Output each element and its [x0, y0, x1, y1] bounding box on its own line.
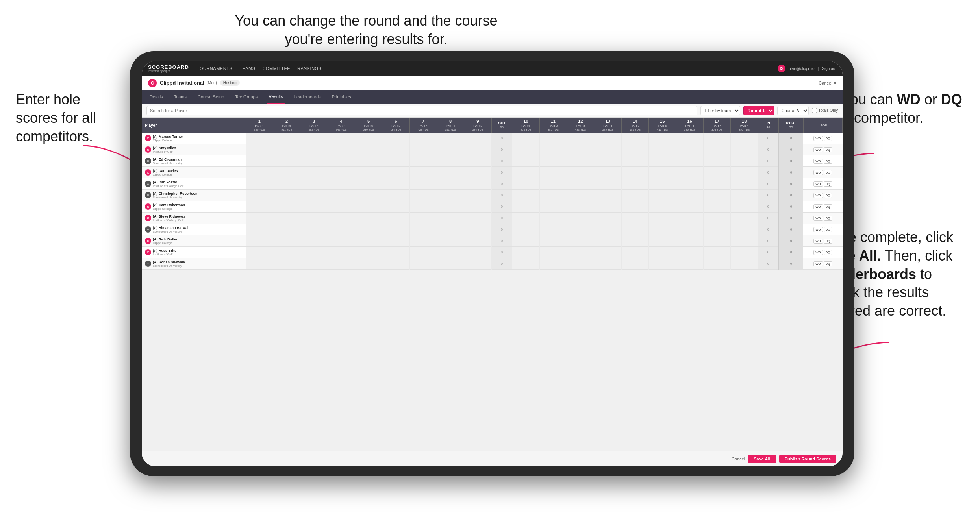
score-cell-hole-6[interactable]	[382, 224, 409, 235]
score-cell-hole-2[interactable]	[273, 213, 300, 224]
score-cell-hole-12[interactable]	[567, 144, 594, 155]
score-cell-hole-3[interactable]	[300, 201, 328, 213]
score-cell-hole-2[interactable]	[273, 155, 300, 167]
score-cell-hole-8[interactable]	[437, 213, 464, 224]
score-cell-hole-14[interactable]	[621, 167, 648, 178]
dq-button[interactable]: DQ	[824, 170, 832, 175]
score-cell-hole-9[interactable]	[464, 190, 491, 201]
score-cell-hole-5[interactable]	[355, 133, 382, 144]
score-cell-hole-9[interactable]	[464, 224, 491, 235]
score-cell-hole-18[interactable]	[731, 247, 758, 258]
score-cell-hole-7[interactable]	[409, 144, 437, 155]
dq-button[interactable]: DQ	[824, 159, 832, 164]
score-cell-hole-7[interactable]	[409, 258, 437, 270]
tab-tee-groups[interactable]: Tee Groups	[233, 90, 259, 104]
score-cell-hole-1[interactable]	[246, 224, 273, 235]
wd-button[interactable]: WD	[813, 216, 823, 221]
score-cell-hole-6[interactable]	[382, 213, 409, 224]
score-cell-hole-8[interactable]	[437, 224, 464, 235]
score-cell-hole-11[interactable]	[539, 258, 567, 270]
score-cell-hole-16[interactable]	[676, 247, 703, 258]
score-cell-hole-5[interactable]	[355, 247, 382, 258]
score-cell-hole-3[interactable]	[300, 144, 328, 155]
search-player-input[interactable]	[146, 106, 697, 115]
nav-tournaments[interactable]: TOURNAMENTS	[197, 66, 232, 71]
score-cell-hole-13[interactable]	[594, 178, 621, 190]
score-cell-hole-14[interactable]	[621, 213, 648, 224]
score-cell-hole-8[interactable]	[437, 201, 464, 213]
score-cell-hole-16[interactable]	[676, 178, 703, 190]
score-cell-hole-6[interactable]	[382, 133, 409, 144]
score-cell-hole-4[interactable]	[328, 224, 355, 235]
score-cell-hole-13[interactable]	[594, 213, 621, 224]
score-cell-hole-5[interactable]	[355, 224, 382, 235]
round-select[interactable]: Round 1 Round 2 Round 3 Round 4	[743, 106, 774, 115]
score-cell-hole-4[interactable]	[328, 213, 355, 224]
score-cell-hole-11[interactable]	[539, 190, 567, 201]
score-cell-hole-16[interactable]	[676, 133, 703, 144]
score-cell-hole-18[interactable]	[731, 144, 758, 155]
dq-button[interactable]: DQ	[824, 193, 832, 198]
score-cell-hole-1[interactable]	[246, 155, 273, 167]
score-cell-hole-13[interactable]	[594, 258, 621, 270]
wd-button[interactable]: WD	[813, 261, 823, 266]
score-cell-hole-15[interactable]	[649, 235, 676, 247]
score-cell-hole-15[interactable]	[649, 213, 676, 224]
score-cell-hole-14[interactable]	[621, 258, 648, 270]
tab-teams[interactable]: Teams	[172, 90, 188, 104]
score-cell-hole-11[interactable]	[539, 155, 567, 167]
score-cell-hole-3[interactable]	[300, 133, 328, 144]
dq-button[interactable]: DQ	[824, 227, 832, 232]
score-cell-hole-18[interactable]	[731, 133, 758, 144]
score-cell-hole-17[interactable]	[703, 201, 730, 213]
score-cell-hole-15[interactable]	[649, 167, 676, 178]
score-cell-hole-9[interactable]	[464, 144, 491, 155]
score-cell-hole-15[interactable]	[649, 133, 676, 144]
score-cell-hole-7[interactable]	[409, 133, 437, 144]
score-cell-hole-9[interactable]	[464, 213, 491, 224]
score-cell-hole-14[interactable]	[621, 155, 648, 167]
score-cell-hole-2[interactable]	[273, 224, 300, 235]
score-cell-hole-7[interactable]	[409, 190, 437, 201]
score-cell-hole-11[interactable]	[539, 213, 567, 224]
score-cell-hole-9[interactable]	[464, 155, 491, 167]
score-cell-hole-8[interactable]	[437, 167, 464, 178]
tab-details[interactable]: Details	[148, 90, 165, 104]
score-cell-hole-11[interactable]	[539, 178, 567, 190]
score-cell-hole-13[interactable]	[594, 235, 621, 247]
score-cell-hole-14[interactable]	[621, 178, 648, 190]
score-cell-hole-3[interactable]	[300, 224, 328, 235]
score-cell-hole-18[interactable]	[731, 258, 758, 270]
score-cell-hole-1[interactable]	[246, 213, 273, 224]
score-cell-hole-3[interactable]	[300, 247, 328, 258]
score-cell-hole-10[interactable]	[512, 235, 539, 247]
score-cell-hole-12[interactable]	[567, 155, 594, 167]
dq-button[interactable]: DQ	[824, 147, 832, 152]
score-cell-hole-2[interactable]	[273, 178, 300, 190]
score-cell-hole-3[interactable]	[300, 167, 328, 178]
score-cell-hole-3[interactable]	[300, 155, 328, 167]
score-cell-hole-14[interactable]	[621, 144, 648, 155]
score-cell-hole-13[interactable]	[594, 201, 621, 213]
score-cell-hole-15[interactable]	[649, 155, 676, 167]
score-cell-hole-6[interactable]	[382, 247, 409, 258]
score-cell-hole-9[interactable]	[464, 178, 491, 190]
wd-button[interactable]: WD	[813, 250, 823, 255]
score-cell-hole-12[interactable]	[567, 190, 594, 201]
score-cell-hole-3[interactable]	[300, 178, 328, 190]
score-cell-hole-13[interactable]	[594, 190, 621, 201]
score-cell-hole-4[interactable]	[328, 133, 355, 144]
score-cell-hole-11[interactable]	[539, 224, 567, 235]
score-cell-hole-8[interactable]	[437, 178, 464, 190]
nav-committee[interactable]: COMMITTEE	[263, 66, 291, 71]
score-cell-hole-4[interactable]	[328, 178, 355, 190]
score-cell-hole-2[interactable]	[273, 247, 300, 258]
score-cell-hole-18[interactable]	[731, 190, 758, 201]
score-cell-hole-4[interactable]	[328, 167, 355, 178]
score-cell-hole-12[interactable]	[567, 258, 594, 270]
score-cell-hole-6[interactable]	[382, 235, 409, 247]
score-cell-hole-15[interactable]	[649, 190, 676, 201]
score-cell-hole-10[interactable]	[512, 258, 539, 270]
score-cell-hole-8[interactable]	[437, 258, 464, 270]
score-cell-hole-2[interactable]	[273, 144, 300, 155]
